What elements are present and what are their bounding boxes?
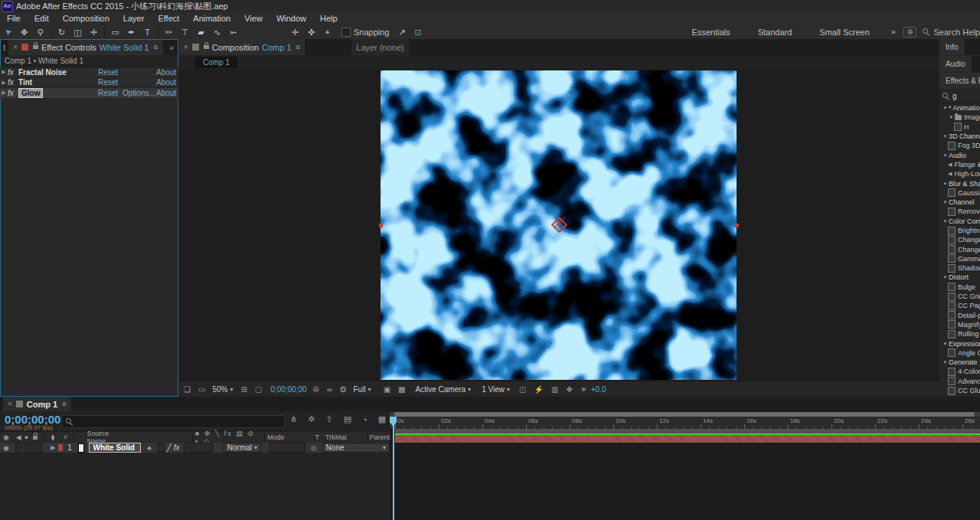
menu-view[interactable]: View (237, 12, 270, 25)
expander-icon[interactable]: ▶ (0, 80, 8, 86)
snapping-checkbox[interactable] (341, 28, 351, 37)
clone-stamp-tool[interactable]: ⊤ (177, 25, 193, 39)
camera-tool[interactable]: ◫ (70, 25, 86, 39)
tree-item-high-low-pass[interactable]: ◀High-Low Pass (939, 169, 980, 178)
effect-options-link[interactable]: Options... (122, 89, 155, 97)
pen-tool[interactable]: ✒ (123, 25, 139, 39)
comp-mini-flowchart-icon[interactable]: ⋔ (290, 414, 297, 424)
region-of-interest-icon[interactable]: ▢ (255, 385, 262, 394)
puppet-pin-tool[interactable]: ➳ (225, 25, 241, 39)
rectangle-tool[interactable]: ▭ (107, 25, 123, 39)
timeline-comp-tab[interactable]: × Comp 1 ≡ (3, 397, 71, 411)
timeline-search-field[interactable] (61, 415, 285, 428)
effects-presets-search[interactable]: g (939, 90, 980, 103)
tree-item-rolling-shutter-repair[interactable]: Rolling Shutter Repair (939, 329, 980, 338)
comp-current-time[interactable]: 0;00;00;00 (270, 385, 306, 394)
tree-item-remove-color-matting[interactable]: Remove Color Matting (939, 207, 980, 216)
trkmat-select[interactable] (269, 443, 305, 453)
tree-item-shadow-highlight[interactable]: Shadow/Highlight (939, 263, 980, 273)
composition-tab[interactable]: × Composition Comp 1 ≡ (179, 39, 305, 55)
view-layout-value[interactable]: 1 View (482, 385, 505, 394)
comp-flowchart-icon[interactable]: ✥ (566, 385, 572, 394)
camera-view-value[interactable]: Active Camera (416, 385, 466, 394)
eraser-tool[interactable]: ▰ (193, 25, 209, 39)
workspace-small-screen[interactable]: Small Screen (819, 28, 869, 37)
main-screen-icon[interactable]: ▭ (198, 385, 205, 394)
tree-group-color-correction[interactable]: ▼Color Correction (939, 217, 980, 226)
expander-icon[interactable]: ▼ (942, 275, 949, 280)
pixel-aspect-icon[interactable]: ◫ (519, 385, 526, 394)
tree-item-image-creative[interactable]: ▼Image - Creative (939, 113, 980, 122)
layer-name[interactable]: White Solid 1 (89, 443, 140, 453)
layer-lock-cell[interactable] (34, 443, 42, 453)
camera-caret-icon[interactable]: ▾ (468, 386, 471, 393)
tree-item-change-to-color[interactable]: Change to Color (939, 244, 980, 253)
grid-guides-icon[interactable]: ⊞ (240, 385, 247, 394)
right-edge-handle[interactable] (735, 224, 739, 227)
effect-name[interactable]: Fractal Noise (18, 68, 67, 77)
menu-animation[interactable]: Animation (186, 12, 237, 25)
time-ruler[interactable]: 0s02s04s06s08s10s12s14s16s18s20s22s24s26… (390, 417, 980, 430)
tree-item-h[interactable]: H (939, 123, 980, 132)
close-panel-icon[interactable]: × (8, 400, 12, 408)
draft-3d-icon[interactable]: ⇧ (325, 414, 332, 424)
mode-column-header[interactable]: Mode (267, 433, 285, 441)
hand-tool[interactable]: ✥ (16, 25, 32, 39)
layer-expander-icon[interactable]: ▶ (51, 444, 55, 451)
tree-item-magnify[interactable]: Magnify (939, 320, 980, 329)
layer-label-swatch[interactable] (58, 444, 63, 451)
effect-reset-link[interactable]: Reset (98, 89, 118, 97)
tree-item-flange-chorus[interactable]: ◀Flange & Chorus (939, 160, 980, 169)
expander-icon[interactable]: ▶ (0, 90, 8, 96)
effect-controls-tab[interactable]: × Effect Controls White Solid 1 ≡ (8, 39, 162, 55)
expander-icon[interactable]: ▼ (942, 219, 949, 224)
world-axis-icon[interactable]: ✜ (303, 25, 319, 39)
panel-menu-icon[interactable]: ≡ (154, 43, 158, 51)
tree-group-channel[interactable]: ▼Channel (939, 198, 980, 207)
transparency-grid-icon[interactable]: ▩ (398, 385, 405, 394)
lock-icon[interactable] (204, 45, 209, 49)
tree-item-cc-glue-gun[interactable]: CC Glue Gun (939, 386, 980, 395)
timeline-button-icon[interactable]: ▥ (551, 385, 558, 394)
workspace-overflow-icon[interactable]: » (891, 28, 896, 36)
motion-blur-icon[interactable]: ◔ (362, 415, 368, 424)
tree-group--animation-presets[interactable]: ▼* Animation Presets (939, 103, 980, 113)
layer-duration-bar[interactable] (395, 435, 980, 443)
clipped-project-tab[interactable]: t (0, 39, 8, 55)
frame-blend-icon[interactable]: ▤ (344, 414, 351, 424)
exposure-value[interactable]: +0.0 (591, 385, 606, 394)
brush-tool[interactable]: ✏ (161, 25, 177, 39)
tree-group-3d-channel[interactable]: ▼3D Channel (939, 132, 980, 141)
local-axis-icon[interactable]: ✛ (287, 25, 303, 39)
menu-composition[interactable]: Composition (56, 12, 116, 25)
help-search-label[interactable]: Search Help (933, 28, 980, 37)
effect-row-tint[interactable]: ▶fxTintResetAbout (0, 78, 178, 89)
expander-icon[interactable]: ▼ (942, 153, 949, 158)
tree-group-generate[interactable]: ▼Generate (939, 358, 980, 367)
resolution-value[interactable]: Full (353, 385, 365, 394)
roi-toggle-icon[interactable]: ▣ (384, 385, 390, 394)
tree-item-brightness-contrast[interactable]: Brightness & Contrast (939, 226, 980, 235)
rotation-tool[interactable]: ↻ (54, 25, 70, 39)
parent-select[interactable]: None▾ (322, 443, 390, 453)
effect-reset-link[interactable]: Reset (98, 78, 118, 87)
layer-row[interactable]: ◉ ▶ 1 White Solid 1 ♣ ╱ fx Normal▾ ◎ (0, 443, 390, 453)
expander-icon[interactable]: ▼ (942, 342, 949, 346)
effect-reset-link[interactable]: Reset (98, 68, 118, 77)
resolution-caret-icon[interactable]: ▾ (368, 386, 371, 393)
layer-audio-cell[interactable] (15, 443, 23, 453)
tree-group-blur-sharpen[interactable]: ▼Blur & Sharpen (939, 178, 980, 188)
tree-item-angle-control[interactable]: Angle Control (939, 348, 980, 358)
expander-icon[interactable]: ▼ (942, 360, 949, 365)
tree-item-4-color-gradient[interactable]: 4-Color Gradient (939, 367, 980, 376)
tree-item-fog-3d[interactable]: Fog 3D (939, 141, 980, 150)
layer-visibility-icon[interactable]: ◉ (3, 444, 9, 452)
effect-about-link[interactable]: About (156, 68, 176, 77)
expander-icon[interactable]: ▼ (942, 134, 949, 139)
viewer-tab-comp1[interactable]: Comp 1 (195, 57, 237, 68)
panel-menu-icon[interactable]: ≡ (296, 43, 301, 51)
effects-presets-panel-tab[interactable]: Effects & Presets (939, 73, 980, 89)
menu-layer[interactable]: Layer (116, 12, 152, 25)
live-update-icon[interactable]: ✲ (308, 414, 315, 424)
expander-icon[interactable]: ▶ (0, 69, 8, 75)
